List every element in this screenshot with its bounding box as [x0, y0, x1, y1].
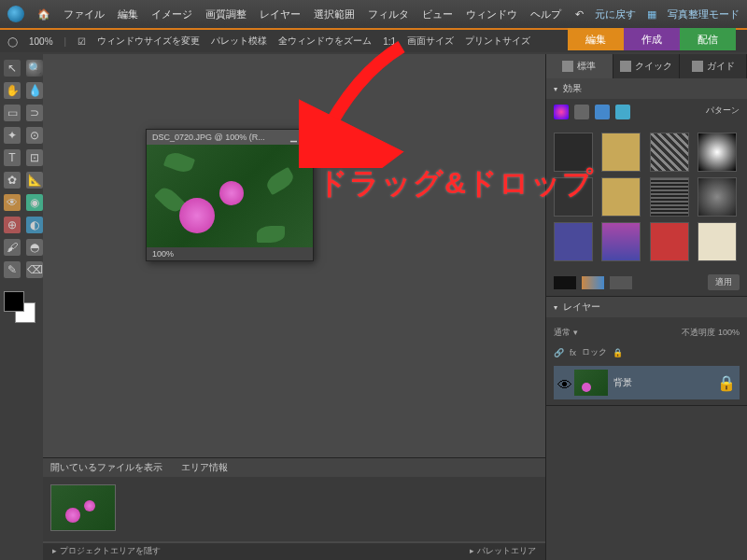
menu-edit[interactable]: 編集: [118, 7, 138, 21]
fx-category-all-icon[interactable]: [615, 105, 630, 119]
bin-tab-open-files[interactable]: 開いているファイルを表示: [50, 461, 162, 474]
mode-label[interactable]: 写真整理モード: [668, 7, 740, 21]
straighten-tool-icon[interactable]: 📐: [26, 172, 43, 189]
fx-swatch[interactable]: [698, 222, 737, 261]
tab-share[interactable]: 配信: [680, 28, 736, 50]
opt-print-size[interactable]: プリントサイズ: [465, 35, 530, 48]
crop-tool-icon[interactable]: ⊡: [26, 149, 43, 166]
wand-tool-icon[interactable]: ✦: [4, 127, 21, 144]
fx-swatch[interactable]: [650, 133, 689, 172]
quickselect-tool-icon[interactable]: ⊙: [26, 127, 43, 144]
blur-tool-icon[interactable]: ◐: [26, 217, 43, 233]
layers-title[interactable]: レイヤー: [563, 301, 600, 314]
type-tool-icon[interactable]: T: [4, 149, 21, 166]
fx-swatch[interactable]: [601, 177, 641, 217]
bin-tab-area-info[interactable]: エリア情報: [181, 461, 228, 474]
move-tool-icon[interactable]: ↖: [4, 60, 21, 77]
fx-mini-swatch[interactable]: [582, 276, 604, 289]
menu-window[interactable]: ウィンドウ: [466, 7, 517, 21]
layer-blend-dropdown[interactable]: 通常 ▾: [554, 327, 578, 339]
fx-apply-button[interactable]: 適用: [708, 274, 740, 290]
opt-palette[interactable]: パレット模様: [211, 35, 267, 48]
fx-swatch[interactable]: [650, 222, 689, 261]
menu-image[interactable]: イメージ: [151, 7, 192, 21]
spot-heal-tool-icon[interactable]: ◉: [26, 194, 43, 211]
tool-preset-icon[interactable]: ◯: [7, 36, 18, 47]
guide-icon: [692, 61, 703, 72]
status-left[interactable]: ▸ プロジェクトエリアを隠す: [52, 545, 161, 558]
fx-category-styles-icon[interactable]: [574, 105, 589, 119]
hand-tool-icon[interactable]: ✋: [4, 82, 21, 99]
menu-adjust[interactable]: 画質調整: [205, 7, 247, 21]
opt-screen-size[interactable]: 画面サイズ: [407, 35, 454, 48]
sponge-tool-icon[interactable]: ◓: [26, 239, 43, 256]
rtab-standard[interactable]: 標準: [546, 54, 613, 78]
fx-mini-swatch[interactable]: [610, 276, 632, 289]
opt-1to1[interactable]: 1:1: [383, 36, 396, 47]
fx-category-filters-icon[interactable]: [554, 105, 569, 119]
rtab-guided[interactable]: ガイド: [680, 54, 747, 78]
tab-make[interactable]: 作成: [624, 28, 680, 50]
menu-view[interactable]: ビュー: [422, 7, 453, 21]
cookie-cutter-tool-icon[interactable]: ✿: [4, 172, 21, 189]
menu-layer[interactable]: レイヤー: [260, 7, 301, 21]
undo-icon[interactable]: ↶: [575, 8, 584, 21]
organizer-icon[interactable]: ▦: [647, 8, 656, 21]
lock-icon[interactable]: 🔒: [613, 348, 623, 357]
fx-swatch[interactable]: [554, 177, 593, 217]
menu-filter[interactable]: フィルタ: [368, 7, 409, 21]
effects-title[interactable]: 効果: [563, 82, 582, 95]
menu-help[interactable]: ヘルプ: [530, 7, 561, 21]
pencil-tool-icon[interactable]: ✎: [4, 261, 21, 278]
eraser-tool-icon[interactable]: ⌫: [26, 261, 43, 278]
bin-thumbnail[interactable]: [50, 484, 116, 531]
layers-lock-label: ロック: [582, 346, 607, 358]
menubar: 🏠 ファイル 編集 イメージ 画質調整 レイヤー 選択範囲 フィルタ ビュー ウ…: [0, 0, 747, 28]
opt-all-windows[interactable]: 全ウィンドウをズーム: [278, 35, 372, 48]
document-titlebar[interactable]: DSC_0720.JPG @ 100% (R... ▁ ✕: [147, 130, 313, 145]
layer-opacity-value[interactable]: 100%: [718, 328, 740, 337]
rtab-quick[interactable]: クイック: [613, 54, 681, 78]
color-swatches[interactable]: [4, 291, 35, 323]
layer-visibility-icon[interactable]: 👁: [557, 377, 569, 388]
canvas-area[interactable]: DSC_0720.JPG @ 100% (R... ▁ ✕ 100% 開いている…: [43, 54, 545, 560]
opt-fit-window[interactable]: ウィンドウサイズを変更: [97, 35, 200, 48]
clone-stamp-tool-icon[interactable]: ⊕: [4, 217, 21, 233]
layer-thumbnail[interactable]: [574, 370, 608, 396]
marquee-tool-icon[interactable]: ▭: [4, 105, 21, 121]
zoom-pct[interactable]: 100%: [29, 36, 53, 47]
menu-select[interactable]: 選択範囲: [314, 7, 355, 21]
fx-swatch[interactable]: [698, 133, 737, 172]
document-image[interactable]: [147, 145, 313, 247]
zoom-tool-icon[interactable]: 🔍: [26, 60, 43, 77]
fx-swatch[interactable]: [650, 177, 689, 217]
fx-category-effects-icon[interactable]: [595, 105, 610, 119]
eyedropper-tool-icon[interactable]: 💧: [26, 82, 43, 99]
status-right[interactable]: ▸ パレットエリア: [470, 545, 536, 558]
layer-lock-icon: 🔒: [717, 374, 736, 392]
lasso-tool-icon[interactable]: ⊃: [26, 105, 43, 121]
fx-swatch[interactable]: [601, 133, 641, 172]
menu-file[interactable]: ファイル: [63, 7, 105, 21]
fx-swatch[interactable]: [698, 177, 737, 217]
fx-dropdown[interactable]: パターン: [706, 105, 740, 119]
layer-row[interactable]: 👁 背景 🔒: [554, 366, 740, 399]
redeye-tool-icon[interactable]: 👁: [4, 194, 21, 211]
fx-swatch[interactable]: [601, 222, 641, 261]
layer-link-icon[interactable]: 🔗: [554, 348, 564, 357]
fx-swatch[interactable]: [554, 133, 593, 172]
layers-panel: ▾レイヤー 通常 ▾ 不透明度 100% 🔗 fx ロック 🔒 👁 背景 🔒: [546, 297, 747, 406]
window-controls-icon[interactable]: ▁ ✕: [290, 133, 307, 142]
undo-label[interactable]: 元に戻す: [595, 7, 636, 21]
fx-mini-swatch[interactable]: [554, 276, 576, 289]
pencil-icon: [562, 61, 573, 72]
layer-name[interactable]: 背景: [613, 376, 632, 389]
fx-swatch[interactable]: [554, 222, 593, 261]
brush-tool-icon[interactable]: 🖌: [4, 239, 21, 256]
layer-fx-icon[interactable]: fx: [570, 348, 576, 357]
tab-edit[interactable]: 編集: [568, 28, 624, 50]
home-icon[interactable]: 🏠: [37, 8, 50, 21]
fg-color-swatch[interactable]: [4, 291, 24, 312]
wand-icon: [620, 61, 631, 72]
document-window[interactable]: DSC_0720.JPG @ 100% (R... ▁ ✕ 100%: [146, 129, 314, 261]
